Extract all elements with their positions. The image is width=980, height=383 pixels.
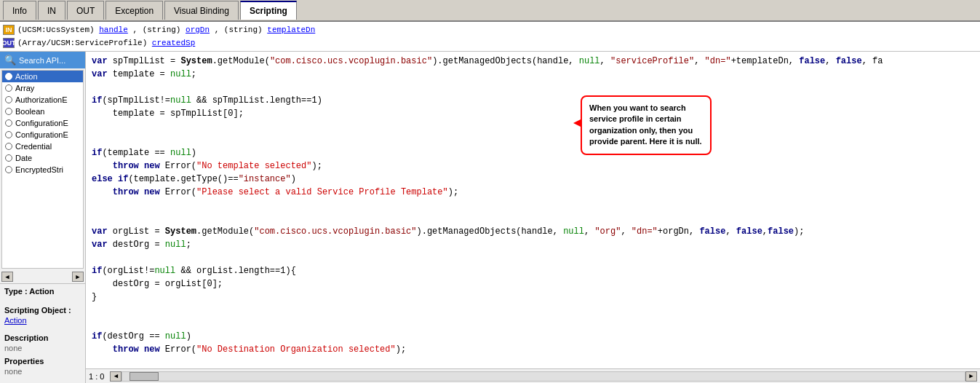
type-item-action[interactable]: Action [2,71,83,82]
type-item-authorizatione[interactable]: AuthorizationE [2,94,83,106]
callout-tooltip: When you want to search service profile … [581,95,712,155]
radio-authorizatione [5,96,12,103]
radio-action [5,73,12,80]
in-param-text: (UCSM:UcsSystem) handle , (string) orgDn… [17,25,315,34]
code-scroll[interactable]: var spTmplList = System.getModule("com.c… [86,52,980,368]
type-item-configuratione2[interactable]: ConfigurationE [2,129,83,141]
properties-value: none [4,367,81,376]
type-item-credential[interactable]: Credential [2,141,83,152]
cursor-position: 1 : 0 [89,372,104,381]
tab-out[interactable]: OUT [67,1,104,20]
radio-configuratione1 [5,119,12,127]
radio-boolean [5,108,12,115]
radio-encryptedstri [5,166,12,173]
content-area: 🔍 Search API... Action Array Authorizati… [0,52,980,383]
tab-scripting[interactable]: Scripting [240,1,297,20]
search-icon: 🔍 [4,55,16,66]
scroll-arrows: ◀ ▶ [0,270,85,283]
tab-in[interactable]: IN [38,1,65,20]
code-area: var spTmplList = System.getModule("com.c… [86,52,980,383]
description-label: Description [4,333,81,342]
tab-bar: Info IN OUT Exception Visual Binding Scr… [0,0,980,22]
type-item-date[interactable]: Date [2,152,83,164]
scripting-object-value[interactable]: Action [4,316,81,325]
horizontal-scrollbar[interactable] [121,371,965,382]
scroll-left-arrow[interactable]: ◀ [1,272,13,282]
type-item-configuratione1[interactable]: ConfigurationE [2,117,83,129]
main-layout: IN (UCSM:UcsSystem) handle , (string) or… [0,22,980,383]
code-content[interactable]: var spTmplList = System.getModule("com.c… [86,55,980,368]
input-row-in: IN (UCSM:UcsSystem) handle , (string) or… [3,23,977,36]
scripting-object-label: Scripting Object : [4,306,81,315]
input-row-out: OUT (Array/UCSM:ServiceProfile) createdS… [3,36,977,50]
status-bar: 1 : 0 ◀ ▶ [86,368,980,383]
radio-credential [5,143,12,150]
out-icon: OUT [3,38,15,48]
in-icon: IN [3,25,15,35]
scroll-right-btn[interactable]: ▶ [965,371,977,382]
input-params: IN (UCSM:UcsSystem) handle , (string) or… [0,22,980,52]
scroll-left-btn[interactable]: ◀ [110,371,121,382]
tab-info[interactable]: Info [3,1,36,20]
sidebar: 🔍 Search API... Action Array Authorizati… [0,52,86,383]
scroll-thumb[interactable] [130,372,159,381]
type-label: Type : Action [4,287,81,296]
search-api-button[interactable]: 🔍 Search API... [0,52,85,68]
tab-visual-binding[interactable]: Visual Binding [164,1,239,20]
radio-date [5,154,12,162]
type-item-array[interactable]: Array [2,82,83,94]
type-item-boolean[interactable]: Boolean [2,106,83,117]
properties-label: Properties [4,357,81,366]
out-param-text: (Array/UCSM:ServiceProfile) createdSp [17,39,195,47]
type-item-encryptedstri[interactable]: EncryptedStri [2,164,83,175]
type-list: Action Array AuthorizationE Boolean Conf… [1,70,84,269]
description-value: none [4,344,81,352]
properties-panel: Type : Action Scripting Object : Action … [0,283,85,383]
radio-configuratione2 [5,131,12,138]
radio-array [5,84,12,92]
tab-exception[interactable]: Exception [105,1,163,20]
scroll-right-arrow[interactable]: ▶ [72,272,84,282]
